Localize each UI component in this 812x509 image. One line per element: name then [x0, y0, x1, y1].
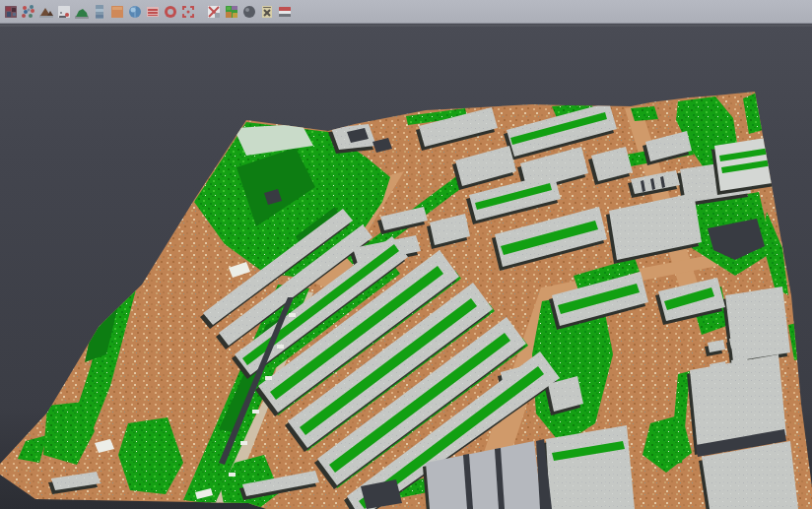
orange-tile-button[interactable] [109, 4, 125, 20]
clip-box-icon [206, 4, 222, 20]
ground-class-icon [56, 4, 72, 20]
buildings-region [546, 425, 635, 509]
buildings-region [725, 286, 790, 361]
note-x-icon [259, 4, 275, 20]
point-cloud-icon [3, 4, 19, 20]
point-cloud-button[interactable] [3, 4, 19, 20]
scatter-points-icon [21, 4, 36, 20]
white-marks-region [265, 376, 272, 380]
mountain-button[interactable] [38, 4, 54, 20]
sphere-icon [241, 4, 257, 20]
classification-button[interactable] [224, 4, 239, 20]
selection-icon [180, 4, 196, 20]
sphere-button[interactable] [241, 4, 257, 20]
ring-button[interactable] [163, 4, 178, 20]
white-marks-region [240, 441, 247, 445]
app-window [0, 0, 812, 509]
main-toolbar [0, 0, 812, 24]
white-marks-region [229, 473, 236, 477]
clip-box-button[interactable] [206, 4, 222, 20]
list-panel-icon [145, 4, 161, 20]
hill-button[interactable] [74, 4, 90, 20]
column-button[interactable] [92, 4, 107, 20]
globe-button[interactable] [127, 4, 143, 20]
ring-icon [163, 4, 178, 20]
toolbar-separator [0, 25, 812, 27]
ground-class-button[interactable] [56, 4, 72, 20]
classification-icon [224, 4, 239, 20]
column-icon [92, 4, 107, 20]
note-x-button[interactable] [259, 4, 275, 20]
layers-icon [277, 4, 293, 20]
globe-icon [127, 4, 143, 20]
vegetation-region [631, 106, 658, 121]
point-cloud-scene[interactable] [0, 0, 812, 509]
viewport-3d[interactable] [0, 0, 812, 509]
orange-tile-icon [109, 4, 125, 20]
white-marks-region [277, 345, 284, 349]
mountain-icon [38, 4, 54, 20]
selection-button[interactable] [180, 4, 196, 20]
layers-button[interactable] [277, 4, 293, 20]
hill-icon [74, 4, 90, 20]
list-panel-button[interactable] [145, 4, 161, 20]
scatter-points-button[interactable] [21, 4, 36, 20]
white-marks-region [252, 410, 259, 414]
white-marks-region [289, 313, 296, 317]
